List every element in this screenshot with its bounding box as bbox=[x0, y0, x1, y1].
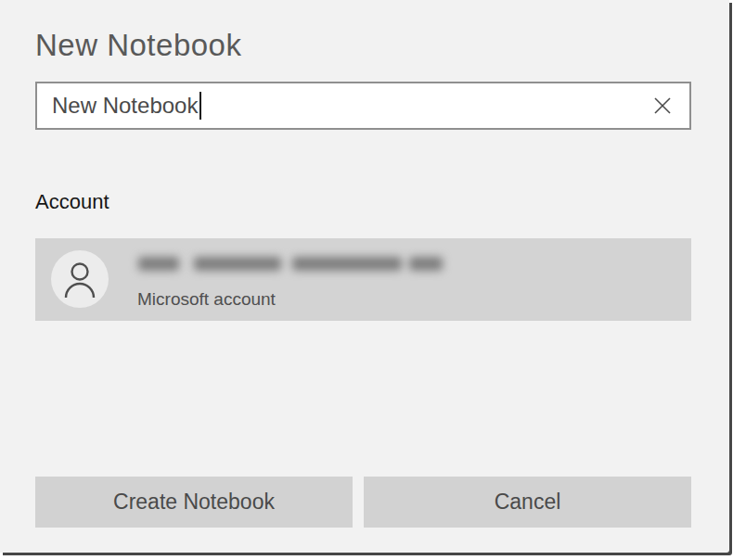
account-row[interactable]: Microsoft account bbox=[35, 238, 691, 321]
create-notebook-button[interactable]: Create Notebook bbox=[35, 477, 353, 528]
new-notebook-dialog: New Notebook New Notebook Account Micros… bbox=[0, 0, 729, 553]
text-caret bbox=[199, 92, 201, 120]
clear-input-button[interactable] bbox=[646, 89, 679, 122]
account-section-label: Account bbox=[35, 190, 109, 214]
avatar bbox=[51, 250, 109, 308]
cancel-button[interactable]: Cancel bbox=[364, 477, 691, 528]
blurred-email bbox=[133, 250, 448, 276]
dialog-title: New Notebook bbox=[35, 28, 241, 63]
person-icon bbox=[61, 259, 98, 299]
notebook-name-value: New Notebook bbox=[52, 93, 198, 119]
account-type-label: Microsoft account bbox=[137, 289, 276, 310]
notebook-name-input[interactable]: New Notebook bbox=[35, 82, 691, 130]
clear-input-icon bbox=[652, 95, 673, 116]
